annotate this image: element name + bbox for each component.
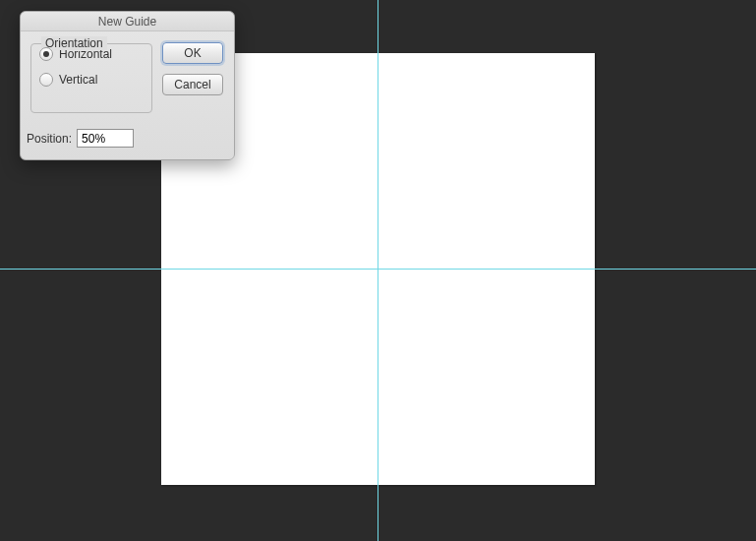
orientation-fieldset: Orientation Horizontal Vertical	[30, 43, 152, 113]
new-guide-dialog: New Guide Orientation Horizontal Vertica…	[20, 11, 235, 160]
ok-button[interactable]: OK	[162, 42, 223, 64]
dialog-title: New Guide	[21, 12, 234, 31]
orientation-legend: Orientation	[41, 36, 107, 50]
radio-icon	[39, 73, 53, 87]
cancel-button[interactable]: Cancel	[162, 74, 223, 95]
guide-horizontal	[0, 269, 756, 270]
guide-vertical	[378, 0, 378, 541]
radio-label: Vertical	[59, 73, 97, 87]
position-label: Position:	[27, 132, 72, 146]
position-row: Position:	[27, 129, 134, 148]
position-input[interactable]	[77, 129, 134, 148]
radio-icon	[39, 47, 53, 61]
orientation-radio-vertical[interactable]: Vertical	[39, 70, 151, 90]
